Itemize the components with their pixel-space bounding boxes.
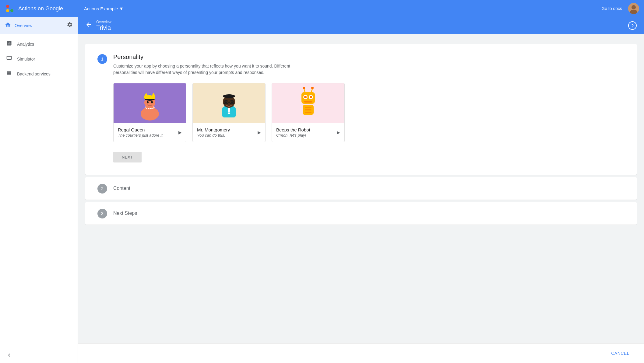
back-arrow-icon[interactable] [85,21,93,30]
svg-point-5 [632,5,636,9]
sidebar-item-analytics[interactable]: Analytics [0,37,78,51]
project-name: Actions Example [84,6,118,11]
app-logo: Actions on Google [5,4,81,13]
sidebar-overview-label: Overview [15,23,32,28]
personality-card-beeps-robot[interactable]: Beeps the Robot C'mon, let's play! ▶ [272,83,345,142]
beeps-tagline: C'mon, let's play! [276,133,310,138]
svg-point-3 [10,9,13,12]
svg-point-27 [225,101,227,103]
sidebar-item-simulator[interactable]: Simulator [0,51,78,66]
beeps-name: Beeps the Robot [276,127,310,132]
sidebar-nav: Analytics Simulator Backend services [0,34,78,84]
content-step[interactable]: 2 Content [85,177,637,200]
svg-point-37 [304,96,307,98]
robot-illustration [290,85,326,121]
simulator-label: Simulator [17,57,35,61]
analytics-label: Analytics [17,42,34,47]
footer: CANCEL [78,343,644,363]
sidebar-overview-left: Overview [5,22,32,29]
svg-rect-12 [144,96,155,99]
svg-rect-43 [305,112,311,113]
beeps-body: Beeps the Robot C'mon, let's play! ▶ [272,123,344,142]
avatar-image [628,3,639,14]
svg-point-2 [6,9,9,12]
go-to-docs-link[interactable]: Go to docs [601,6,622,11]
regal-queen-body: Regal Queen The courtiers just adore it.… [114,123,186,142]
svg-rect-42 [305,109,311,110]
next-button[interactable]: NEXT [113,152,142,162]
montgomery-body: Mr. Montgomery You can do this. ▶ [193,123,265,142]
svg-point-28 [231,101,233,103]
top-bar: Actions on Google Actions Example ▾ Go t… [0,0,644,17]
montgomery-name: Mr. Montgomery [197,127,230,132]
regal-queen-text: Regal Queen The courtiers just adore it. [118,127,164,138]
cancel-button[interactable]: CANCEL [606,348,634,358]
main-content: Overview Trivia ? 1 Personality Customiz… [78,17,644,363]
dropdown-arrow-icon: ▾ [120,5,123,12]
backend-services-label: Backend services [17,72,51,76]
personality-card-section: 1 Personality Customize your app by choo… [85,44,637,175]
step-1-content: Personality Customize your app by choosi… [113,54,296,76]
queen-illustration [132,85,168,121]
personality-card-regal-queen[interactable]: Regal Queen The courtiers just adore it.… [113,83,186,142]
content-step-label: Content [113,186,130,191]
step-2-number: 2 [97,184,107,194]
regal-queen-play-icon[interactable]: ▶ [178,130,182,135]
step-1-number: 1 [97,54,107,64]
user-avatar[interactable] [628,3,639,14]
svg-point-16 [149,93,151,95]
regal-queen-image [114,83,186,123]
sub-header: Overview Trivia ? [78,17,644,34]
montgomery-image [193,83,265,123]
help-icon[interactable]: ? [628,21,637,30]
personality-card-montgomery[interactable]: Mr. Montgomery You can do this. ▶ [192,83,266,142]
svg-marker-13 [144,93,148,96]
google-dots-icon [5,4,15,13]
montgomery-tagline: You can do this. [197,133,230,138]
sidebar: Overview Analytics Simulator [0,17,78,363]
sidebar-overview-item[interactable]: Overview [0,17,78,34]
svg-point-38 [310,96,312,98]
svg-rect-41 [305,107,311,108]
svg-point-31 [303,87,305,89]
personality-description: Customize your app by choosing a persona… [113,63,296,76]
breadcrumb: Overview Trivia [96,20,111,31]
beeps-image [272,83,344,123]
app-name: Actions on Google [18,5,63,12]
home-icon [5,22,11,29]
next-steps-step[interactable]: 3 Next Steps [85,202,637,225]
sub-header-left: Overview Trivia [85,20,111,31]
analytics-icon [6,40,12,48]
montgomery-text: Mr. Montgomery You can do this. [197,127,230,138]
montgomery-play-icon[interactable]: ▶ [258,130,261,135]
content-area: 1 Personality Customize your app by choo… [78,34,644,343]
sidebar-collapse-button[interactable] [0,347,78,363]
svg-point-1 [10,5,13,8]
svg-rect-39 [304,101,312,103]
top-bar-right: Go to docs [601,3,639,14]
regal-queen-tagline: The courtiers just adore it. [118,133,164,138]
svg-point-33 [311,87,314,89]
next-steps-label: Next Steps [113,211,137,216]
project-selector[interactable]: Actions Example ▾ [81,3,126,14]
svg-point-17 [147,101,149,103]
page-title: Trivia [96,24,111,31]
backend-icon [6,70,12,78]
svg-marker-15 [152,93,155,96]
beeps-play-icon[interactable]: ▶ [337,130,340,135]
breadcrumb-overview: Overview [96,20,111,24]
step-3-number: 3 [97,209,107,218]
simulator-icon [6,55,12,63]
beeps-text: Beeps the Robot C'mon, let's play! [276,127,310,138]
regal-queen-name: Regal Queen [118,127,164,132]
sidebar-item-backend-services[interactable]: Backend services [0,66,78,81]
montgomery-illustration [211,85,247,121]
personality-title: Personality [113,54,296,61]
svg-point-29 [223,94,235,98]
svg-point-0 [6,5,9,8]
settings-icon[interactable] [67,22,73,29]
step-1-header: 1 Personality Customize your app by choo… [97,54,625,76]
svg-point-18 [151,101,153,103]
personality-cards-list: Regal Queen The courtiers just adore it.… [113,83,625,142]
